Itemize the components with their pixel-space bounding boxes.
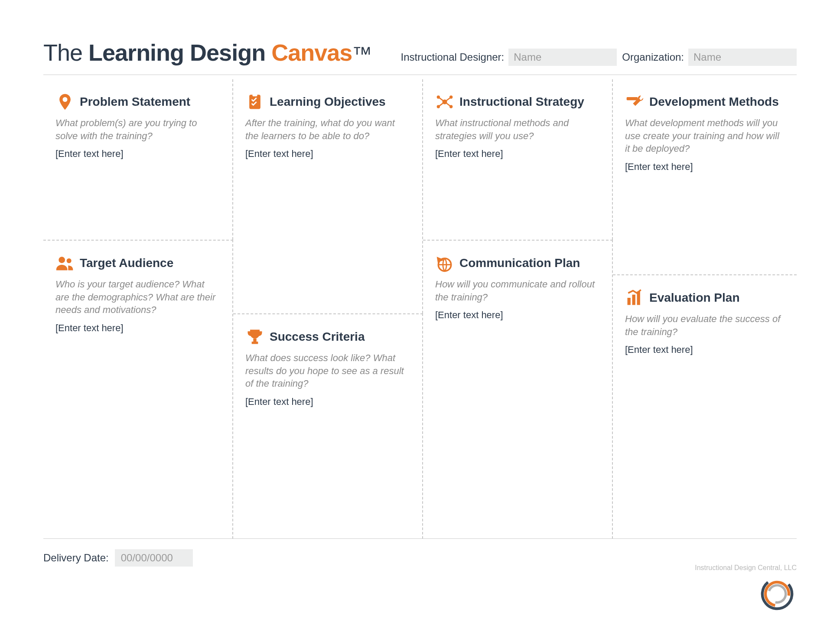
delivery-label: Delivery Date: — [43, 552, 109, 564]
svg-point-1 — [67, 258, 72, 263]
cell-prompt: How will you evaluate the success of the… — [625, 313, 785, 338]
company-logo-icon — [758, 574, 797, 613]
svg-rect-3 — [253, 93, 257, 96]
network-icon — [435, 92, 454, 111]
cell-problem-statement: Problem Statement What problem(s) are yo… — [43, 79, 233, 240]
cell-prompt: What problem(s) are you trying to solve … — [55, 117, 220, 142]
cell-title: Development Methods — [649, 95, 779, 109]
delivery-date-input[interactable]: 00/00/0000 — [115, 549, 193, 567]
cell-prompt: How will you communicate and rollout the… — [435, 278, 600, 303]
title-mid: Learning Design — [88, 39, 271, 65]
cell-title: Instructional Strategy — [459, 95, 584, 109]
map-pin-icon — [55, 92, 75, 111]
clipboard-check-icon — [245, 92, 264, 111]
cell-entry[interactable]: [Enter text here] — [55, 323, 220, 334]
svg-rect-5 — [252, 342, 258, 344]
page-title: The Learning Design Canvas™ — [43, 39, 371, 66]
header-meta: Instructional Designer: Name Organizatio… — [384, 49, 797, 66]
cell-entry[interactable]: [Enter text here] — [625, 161, 785, 173]
globe-send-icon — [435, 254, 454, 273]
cell-entry[interactable]: [Enter text here] — [625, 344, 785, 355]
svg-point-16 — [758, 574, 797, 613]
title-pre: The — [43, 39, 88, 65]
header: The Learning Design Canvas™ Instructiona… — [43, 39, 797, 75]
org-group: Organization: Name — [622, 49, 797, 66]
cell-communication-plan: Communication Plan How will you communic… — [423, 240, 613, 539]
trophy-icon — [245, 327, 264, 346]
cell-title: Success Criteria — [270, 330, 365, 344]
title-accent: Canvas — [271, 39, 352, 65]
cell-learning-objectives: Learning Objectives After the training, … — [233, 79, 423, 313]
cell-title: Problem Statement — [80, 95, 190, 109]
svg-rect-12 — [627, 97, 638, 100]
bar-chart-icon — [625, 288, 644, 307]
cell-entry[interactable]: [Enter text here] — [245, 396, 410, 407]
tools-icon — [625, 92, 644, 111]
svg-rect-4 — [253, 339, 256, 342]
designer-input[interactable]: Name — [508, 49, 617, 66]
svg-point-0 — [59, 257, 65, 263]
cell-title: Target Audience — [80, 256, 173, 270]
cell-prompt: What instructional methods and strategie… — [435, 117, 600, 142]
org-label: Organization: — [622, 51, 684, 63]
cell-entry[interactable]: [Enter text here] — [55, 148, 220, 160]
designer-label: Instructional Designer: — [400, 51, 504, 63]
delivery-group: Delivery Date: 00/00/0000 — [43, 549, 193, 567]
cell-title: Communication Plan — [459, 256, 580, 270]
svg-rect-14 — [632, 295, 635, 305]
footer: Delivery Date: 00/00/0000 — [43, 539, 797, 567]
cell-title: Learning Objectives — [270, 95, 386, 109]
cell-development-methods: Development Methods What development met… — [613, 79, 797, 274]
cell-entry[interactable]: [Enter text here] — [245, 148, 410, 160]
users-icon — [55, 254, 75, 273]
footer-right: Instructional Design Central, LLC — [695, 564, 797, 613]
cell-prompt: What does success look like? What result… — [245, 352, 410, 390]
cell-prompt: After the training, what do you want the… — [245, 117, 410, 142]
cell-evaluation-plan: Evaluation Plan How will you evaluate th… — [613, 274, 797, 539]
cell-prompt: What development methods will you use cr… — [625, 117, 785, 155]
cell-prompt: Who is your target audience? What are th… — [55, 278, 220, 316]
svg-rect-13 — [628, 298, 631, 305]
cell-entry[interactable]: [Enter text here] — [435, 310, 600, 321]
cell-entry[interactable]: [Enter text here] — [435, 148, 600, 160]
cell-title: Evaluation Plan — [649, 291, 740, 305]
designer-group: Instructional Designer: Name — [400, 49, 617, 66]
title-trademark: ™ — [352, 42, 371, 65]
copyright-text: Instructional Design Central, LLC — [695, 564, 797, 572]
canvas-grid: Problem Statement What problem(s) are yo… — [43, 79, 797, 539]
org-input[interactable]: Name — [688, 49, 797, 66]
cell-success-criteria: Success Criteria What does success look … — [233, 313, 423, 539]
cell-instructional-strategy: Instructional Strategy What instructiona… — [423, 79, 613, 240]
svg-rect-2 — [249, 95, 260, 109]
cell-target-audience: Target Audience Who is your target audie… — [43, 240, 233, 539]
